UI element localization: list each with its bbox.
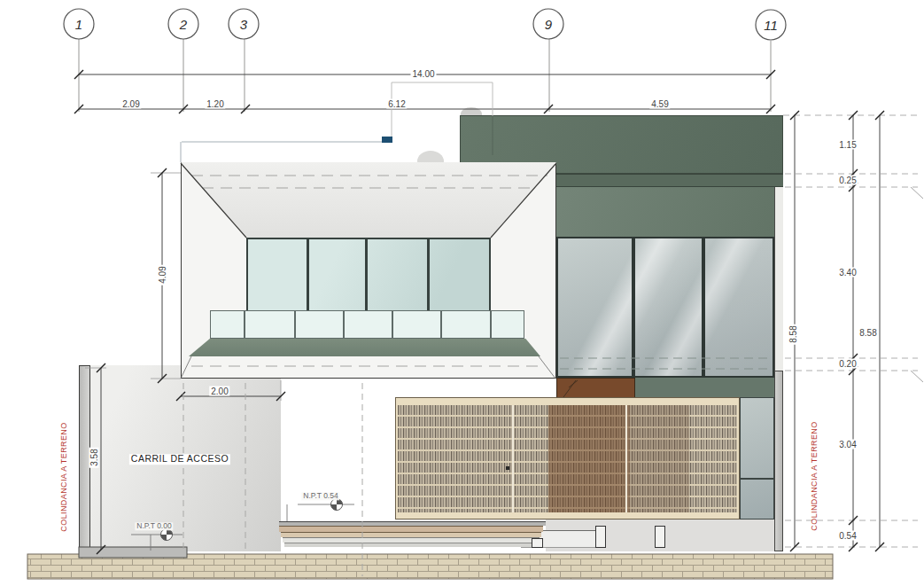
dim-total-width: 14.00 bbox=[410, 69, 436, 79]
lattice-screen bbox=[395, 397, 740, 520]
balustrade-mullion bbox=[490, 310, 492, 339]
dim-segment: 4.59 bbox=[649, 99, 670, 109]
grid-bubbles bbox=[64, 9, 786, 40]
balustrade-mullion bbox=[244, 310, 245, 339]
balustrade-mullion bbox=[440, 310, 442, 339]
post bbox=[655, 526, 665, 548]
dim-wall-height: 3.58 bbox=[89, 447, 99, 467]
balustrade-glass bbox=[210, 310, 524, 339]
boundary-wall-right bbox=[774, 371, 783, 551]
ground-hatch bbox=[27, 547, 833, 579]
section-marker bbox=[382, 137, 392, 143]
balustrade-mullion bbox=[294, 310, 296, 339]
dim-segment: 2.09 bbox=[120, 99, 141, 109]
box-window-mullion bbox=[365, 238, 368, 312]
box-ceiling bbox=[181, 162, 556, 238]
dim-right-total: 8.58 bbox=[858, 328, 878, 338]
tower-window-glass bbox=[556, 237, 774, 378]
boundary-label-right: COLINDANCIA A TERRENO bbox=[811, 419, 819, 532]
lattice-brown-zone bbox=[630, 405, 689, 512]
section-callout bbox=[181, 82, 493, 162]
boundary-label-left: COLINDANCIA A TERRENO bbox=[60, 420, 69, 533]
post bbox=[595, 526, 606, 548]
dim-segment: 6.12 bbox=[386, 99, 407, 109]
jog-marks bbox=[911, 187, 923, 382]
grid-bubble-label-9: 9 bbox=[545, 17, 552, 32]
dim-right-segment: 0.20 bbox=[837, 359, 858, 369]
lattice-handle bbox=[506, 466, 509, 470]
glass-behind-screen-mullion bbox=[740, 478, 774, 480]
dim-segment: 1.20 bbox=[205, 99, 225, 109]
grid-bubble-label-1: 1 bbox=[75, 17, 82, 32]
dim-right-segment: 0.54 bbox=[837, 531, 858, 541]
lattice-brown-zone bbox=[548, 405, 630, 512]
dim-right-segment: 1.15 bbox=[837, 140, 858, 150]
lattice-divider bbox=[625, 405, 627, 512]
dim-right-segment: 3.40 bbox=[837, 268, 858, 277]
grid-bubble-label-2: 2 bbox=[180, 17, 187, 32]
glass-behind-screen bbox=[740, 397, 774, 520]
elevation-drawing-sheet: 1 2 3 9 11 14.00 2.09 1.20 6.12 4.59 4.0… bbox=[0, 0, 924, 586]
grid-bubble-label-11: 11 bbox=[764, 18, 778, 33]
fascia-band bbox=[189, 339, 540, 356]
level-tag-first: N.P.T 0.54 bbox=[301, 492, 339, 500]
tower-wall bbox=[556, 187, 774, 238]
access-lane-label: CARRIL DE ACCESO bbox=[129, 454, 230, 465]
dim-interior-height: 4.09 bbox=[158, 264, 167, 285]
dim-right-segment: 0.25 bbox=[837, 176, 858, 185]
box-window-mullion bbox=[307, 238, 309, 312]
tower-edge-strip bbox=[774, 187, 783, 371]
tower-window-mullion bbox=[632, 237, 635, 378]
box-window-wall bbox=[246, 238, 491, 312]
dim-drive-width: 2.00 bbox=[209, 387, 229, 396]
tower-window-mullion bbox=[702, 237, 705, 378]
grid-bubble-label-3: 3 bbox=[240, 17, 247, 32]
lattice-divider bbox=[512, 405, 514, 512]
level-tag-ground: N.P.T 0.00 bbox=[135, 522, 173, 530]
box-window-mullion bbox=[427, 238, 430, 312]
deck-steps bbox=[279, 521, 546, 548]
balustrade-mullion bbox=[392, 310, 393, 339]
balustrade-mullion bbox=[343, 310, 345, 339]
dim-right-total: 8.58 bbox=[788, 324, 798, 344]
dim-right-segment: 3.04 bbox=[837, 440, 858, 449]
